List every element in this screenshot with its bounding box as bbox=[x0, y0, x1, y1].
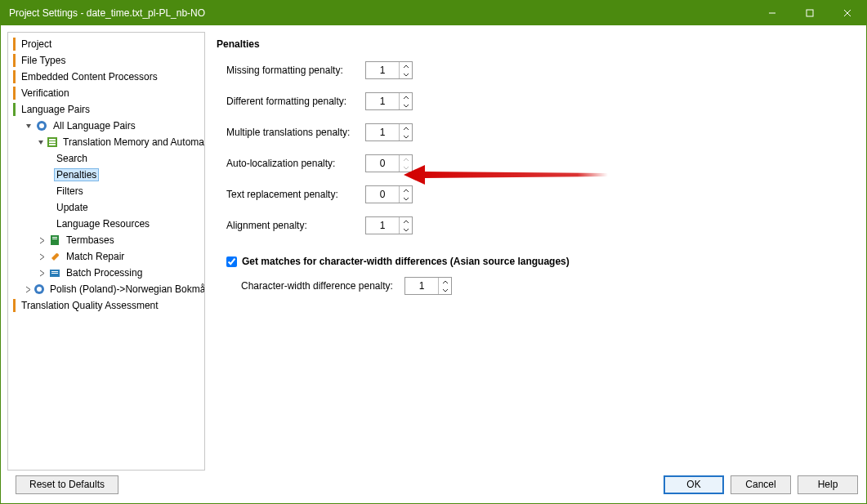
nav-filters[interactable]: Filters bbox=[8, 183, 204, 199]
step-down-icon[interactable] bbox=[400, 194, 412, 203]
nav-penalties[interactable]: Penalties bbox=[8, 167, 204, 183]
dialog-footer: Reset to Defaults OK Cancel Help bbox=[1, 471, 866, 498]
section-heading: Penalties bbox=[217, 38, 855, 50]
language-icon bbox=[35, 119, 48, 132]
missing-formatting-label: Missing formatting penalty: bbox=[226, 65, 365, 76]
ok-button[interactable]: OK bbox=[664, 475, 724, 494]
termbase-icon bbox=[48, 234, 61, 247]
svg-point-5 bbox=[39, 123, 44, 128]
text-replacement-stepper[interactable] bbox=[365, 185, 413, 203]
nav-verification[interactable]: Verification bbox=[8, 85, 204, 101]
nav-language-pairs[interactable]: Language Pairs bbox=[8, 101, 204, 118]
chevron-down-icon[interactable] bbox=[25, 122, 34, 131]
different-formatting-input[interactable] bbox=[366, 93, 399, 109]
auto-localization-stepper[interactable] bbox=[365, 154, 413, 172]
different-formatting-label: Different formatting penalty: bbox=[226, 96, 365, 107]
multiple-translations-label: Multiple translations penalty: bbox=[226, 127, 365, 138]
nav-all-language-pairs[interactable]: All Language Pairs bbox=[8, 118, 204, 134]
step-up-icon[interactable] bbox=[400, 155, 412, 163]
chevron-down-icon[interactable] bbox=[38, 138, 45, 147]
step-up-icon[interactable] bbox=[400, 93, 412, 101]
chevron-right-icon[interactable] bbox=[38, 252, 47, 261]
penalties-panel: Penalties Missing formatting penalty: Di… bbox=[212, 32, 860, 471]
language-icon bbox=[34, 283, 45, 296]
step-down-icon[interactable] bbox=[400, 70, 412, 78]
character-width-label: Character-width difference penalty: bbox=[241, 280, 404, 292]
missing-formatting-input[interactable] bbox=[366, 62, 399, 78]
svg-rect-9 bbox=[49, 144, 56, 145]
svg-rect-12 bbox=[52, 239, 57, 239]
step-down-icon[interactable] bbox=[400, 101, 412, 109]
nav-language-resources[interactable]: Language Resources bbox=[8, 216, 204, 232]
nav-termbases[interactable]: Termbases bbox=[8, 232, 204, 248]
svg-rect-8 bbox=[49, 141, 56, 143]
wrench-icon bbox=[48, 250, 61, 263]
step-up-icon[interactable] bbox=[400, 124, 412, 132]
step-down-icon[interactable] bbox=[400, 132, 412, 140]
auto-localization-input[interactable] bbox=[366, 155, 399, 172]
nav-embedded-content[interactable]: Embedded Content Processors bbox=[8, 69, 204, 85]
svg-rect-1 bbox=[807, 10, 813, 16]
window-title: Project Settings - date_time.txt_pl-PL_n… bbox=[9, 7, 753, 19]
character-width-input[interactable] bbox=[405, 278, 438, 294]
step-down-icon[interactable] bbox=[439, 286, 451, 294]
settings-tree[interactable]: Project File Types Embedded Content Proc… bbox=[7, 32, 205, 471]
nav-update[interactable]: Update bbox=[8, 199, 204, 216]
character-width-stepper[interactable] bbox=[404, 277, 452, 295]
close-button[interactable] bbox=[829, 1, 866, 25]
nav-translation-quality[interactable]: Translation Quality Assessment bbox=[8, 297, 204, 314]
chevron-right-icon[interactable] bbox=[25, 285, 32, 294]
svg-rect-10 bbox=[51, 235, 59, 245]
character-width-checkbox[interactable] bbox=[226, 256, 237, 267]
nav-project[interactable]: Project bbox=[8, 36, 204, 52]
svg-rect-11 bbox=[52, 237, 57, 238]
help-button[interactable]: Help bbox=[798, 475, 858, 494]
alignment-stepper[interactable] bbox=[365, 216, 413, 234]
maximize-button[interactable] bbox=[791, 1, 829, 25]
nav-search[interactable]: Search bbox=[8, 150, 204, 167]
cancel-button[interactable]: Cancel bbox=[731, 475, 791, 494]
svg-rect-7 bbox=[49, 139, 56, 140]
batch-icon bbox=[48, 266, 61, 279]
title-bar: Project Settings - date_time.txt_pl-PL_n… bbox=[1, 1, 866, 25]
missing-formatting-stepper[interactable] bbox=[365, 61, 413, 79]
nav-match-repair[interactable]: Match Repair bbox=[8, 248, 204, 265]
reset-to-defaults-button[interactable]: Reset to Defaults bbox=[16, 475, 118, 494]
multiple-translations-input[interactable] bbox=[366, 124, 399, 140]
svg-rect-15 bbox=[51, 273, 58, 274]
svg-point-17 bbox=[37, 287, 42, 292]
minimize-button[interactable] bbox=[753, 1, 791, 25]
auto-localization-label: Auto-localization penalty: bbox=[226, 158, 365, 169]
nav-polish-norwegian[interactable]: Polish (Poland)->Norwegian Bokmål (No bbox=[8, 281, 204, 297]
svg-rect-14 bbox=[51, 271, 58, 272]
tm-icon bbox=[47, 136, 58, 149]
alignment-label: Alignment penalty: bbox=[226, 220, 365, 231]
character-width-checkbox-label: Get matches for character-width differen… bbox=[242, 256, 570, 267]
step-up-icon[interactable] bbox=[400, 186, 412, 194]
window-buttons bbox=[753, 1, 866, 25]
nav-batch-processing[interactable]: Batch Processing bbox=[8, 265, 204, 281]
step-down-icon[interactable] bbox=[400, 225, 412, 234]
nav-translation-memory[interactable]: Translation Memory and Automated bbox=[8, 134, 204, 150]
multiple-translations-stepper[interactable] bbox=[365, 123, 413, 141]
chevron-right-icon[interactable] bbox=[38, 236, 47, 245]
chevron-right-icon[interactable] bbox=[38, 269, 47, 278]
step-up-icon[interactable] bbox=[439, 278, 451, 286]
step-up-icon[interactable] bbox=[400, 217, 412, 225]
step-up-icon[interactable] bbox=[400, 62, 412, 70]
alignment-input[interactable] bbox=[366, 217, 399, 234]
nav-file-types[interactable]: File Types bbox=[8, 52, 204, 69]
different-formatting-stepper[interactable] bbox=[365, 92, 413, 110]
step-down-icon[interactable] bbox=[400, 163, 412, 172]
text-replacement-input[interactable] bbox=[366, 186, 399, 203]
text-replacement-label: Text replacement penalty: bbox=[226, 189, 365, 200]
